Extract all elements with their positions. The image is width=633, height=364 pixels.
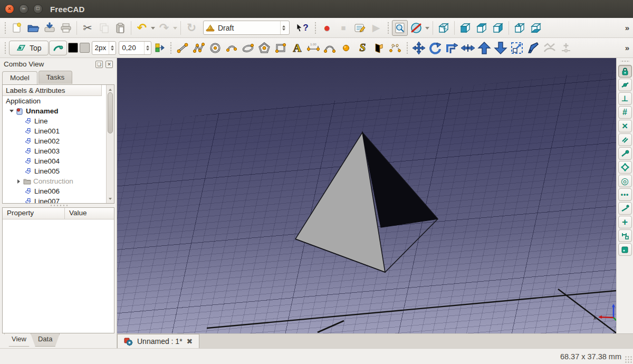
snap-near-button[interactable] [618, 202, 632, 215]
toolbar-overflow-button[interactable]: » [623, 23, 631, 32]
draft-bezier-tool[interactable] [387, 40, 403, 56]
tab-view[interactable]: View [4, 333, 34, 347]
maximize-window-button[interactable]: ▢ [33, 4, 43, 14]
draft-line-tool[interactable] [175, 40, 190, 56]
toolbar-overflow-button[interactable]: » [623, 43, 631, 52]
snap-lock-button[interactable] [618, 65, 632, 78]
toolbar-handle[interactable] [3, 42, 7, 54]
resize-grip[interactable] [625, 356, 632, 363]
draft-rectangle-tool[interactable] [273, 40, 289, 56]
line-color-swatch[interactable] [68, 43, 78, 53]
draft-circle-tool[interactable] [207, 40, 223, 56]
tree-item-construction[interactable]: Construction [3, 176, 114, 186]
toolbar-handle[interactable] [620, 59, 630, 63]
draft-facebinder-tool[interactable] [371, 40, 387, 56]
cut-button[interactable]: ✂ [80, 20, 95, 36]
tree-item-line004[interactable]: Line004 [3, 156, 114, 166]
construction-line-a[interactable] [207, 291, 616, 328]
snap-grid-button[interactable]: # [618, 106, 632, 119]
draft-rotate-tool[interactable] [427, 40, 443, 56]
redo-dropdown-arrow[interactable] [173, 27, 177, 32]
draw-style-button[interactable] [408, 20, 424, 36]
snap-special-button[interactable]: ••• [618, 188, 632, 201]
view-rear-button[interactable] [512, 20, 528, 36]
draft-ellipse-tool[interactable] [240, 40, 256, 56]
draft-trimex-tool[interactable] [460, 40, 476, 56]
construction-line-b[interactable] [558, 289, 616, 333]
redo-button[interactable]: ↷ [156, 20, 172, 36]
snap-angle-button[interactable] [618, 161, 632, 174]
draft-offset-tool[interactable] [444, 40, 459, 56]
tree-scrollbar[interactable] [106, 85, 114, 203]
draft-edit-tool[interactable] [525, 40, 541, 56]
line-width-spin-arrows[interactable] [109, 42, 116, 54]
text-scale-spinbox[interactable]: 0,20 [119, 41, 151, 55]
snap-center-button[interactable]: ◎ [618, 175, 632, 187]
refresh-button[interactable]: ↻ [184, 20, 199, 36]
panel-float-button[interactable]: ❏ [95, 61, 103, 68]
open-document-button[interactable] [25, 20, 41, 36]
scroll-up-arrow[interactable] [107, 85, 114, 92]
snap-intersection-button[interactable]: × [618, 120, 632, 132]
tree-item-line005[interactable]: Line005 [3, 166, 114, 176]
paste-button[interactable] [112, 20, 128, 36]
line-width-spinbox[interactable]: 2px [92, 41, 117, 55]
snap-endpoint-button[interactable] [618, 147, 632, 160]
tree-item-line003[interactable]: Line003 [3, 146, 114, 156]
expander-open[interactable] [9, 108, 14, 114]
draft-text-tool[interactable]: A [289, 40, 305, 56]
toolbar-handle[interactable] [405, 42, 409, 54]
undo-dropdown-arrow[interactable] [151, 27, 155, 32]
scroll-down-arrow[interactable] [107, 196, 114, 203]
apply-style-button[interactable] [153, 40, 167, 56]
construction-mode-button[interactable] [49, 41, 67, 55]
snap-parallel-button[interactable] [618, 133, 632, 146]
tree-item-line001[interactable]: Line001 [3, 126, 114, 136]
tree-item-line[interactable]: Line [3, 116, 114, 126]
working-plane-button[interactable]: Top [9, 41, 49, 55]
text-scale-spin-arrows[interactable] [144, 42, 151, 54]
close-window-button[interactable]: × [5, 4, 14, 14]
toolbar-handle[interactable] [313, 22, 318, 34]
snap-midpoint-button[interactable] [618, 79, 632, 91]
draft-bspline-tool[interactable] [322, 40, 338, 56]
draft-scale-tool[interactable] [509, 40, 525, 56]
draft-dimension-tool[interactable]: 1.00 [305, 40, 321, 56]
snap-working-plane-button[interactable] [618, 243, 632, 256]
draft-wire-tool[interactable] [191, 40, 207, 56]
document-tab[interactable]: Unnamed : 1* ✖ [117, 334, 199, 348]
draft-arc-tool[interactable] [224, 40, 239, 56]
view-bottom-button[interactable] [528, 20, 544, 36]
view-axonometric-button[interactable] [436, 20, 452, 36]
copy-button[interactable] [96, 20, 112, 36]
draft-add-point-tool[interactable] [558, 40, 574, 56]
snap-ortho-button[interactable]: + [618, 216, 632, 228]
draft-point-tool[interactable] [338, 40, 354, 56]
macro-play-button[interactable]: ▶ [368, 20, 384, 36]
view-right-button[interactable] [490, 20, 506, 36]
workbench-spin-arrows[interactable] [280, 21, 287, 34]
face-color-swatch[interactable] [80, 43, 90, 53]
scrollbar-thumb[interactable] [108, 92, 113, 133]
minimize-window-button[interactable]: – [19, 4, 28, 14]
draft-move-tool[interactable] [411, 40, 427, 56]
draft-polygon-tool[interactable] [256, 40, 272, 56]
draft-downgrade-tool[interactable] [493, 40, 509, 56]
panel-splitter[interactable] [0, 204, 117, 207]
value-column-header[interactable]: Value [65, 208, 114, 219]
tree-item-application[interactable]: Application [3, 96, 114, 106]
toolbar-handle[interactable] [3, 22, 7, 34]
3d-viewport[interactable]: x Y [117, 58, 616, 333]
macro-stop-button[interactable]: ■ [335, 20, 351, 36]
view-top-button[interactable] [474, 20, 490, 36]
undo-button[interactable]: ↶ [134, 20, 150, 36]
panel-close-button[interactable]: ✕ [106, 61, 113, 68]
macro-record-button[interactable]: ● [319, 20, 335, 36]
whats-this-button[interactable]: ? [293, 20, 311, 36]
property-column-header[interactable]: Property [3, 208, 65, 219]
tree-item-line002[interactable]: Line002 [3, 136, 114, 146]
expander-closed[interactable] [16, 179, 22, 184]
macro-edit-button[interactable] [352, 20, 368, 36]
draft-wire-to-bspline-tool[interactable] [542, 40, 558, 56]
snap-dimensions-button[interactable] [618, 229, 632, 242]
